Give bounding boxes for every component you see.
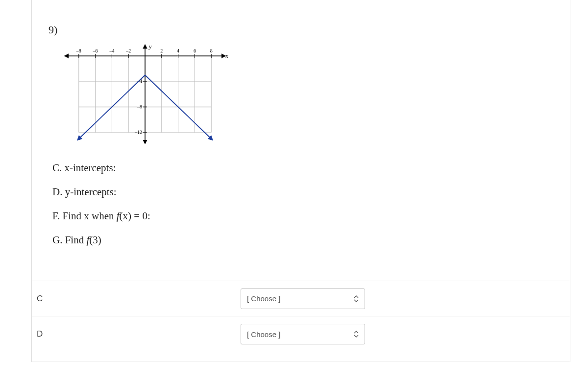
- prompt-c: C. x-intercepts:: [52, 162, 553, 174]
- svg-text:–8: –8: [137, 104, 142, 109]
- chevron-updown-icon: [354, 331, 359, 338]
- prompt-list: C. x-intercepts: D. y-intercepts: F. Fin…: [52, 162, 553, 246]
- graph: –8–6–4–22468–4–8–12yx: [59, 40, 553, 150]
- svg-text:–8: –8: [76, 48, 81, 53]
- svg-text:4: 4: [177, 48, 179, 53]
- prompt-f-prefix: F. Find x when: [52, 210, 117, 222]
- dropdown-d[interactable]: [ Choose ]: [241, 324, 365, 344]
- answer-label: D: [35, 329, 241, 339]
- prompt-g: G. Find f(3): [52, 234, 553, 246]
- svg-text:–4: –4: [137, 78, 142, 84]
- dropdown-value: [ Choose ]: [247, 330, 280, 339]
- question-number: 9): [49, 24, 553, 36]
- prompt-f-arg: (x): [120, 210, 132, 222]
- prompt-g-prefix: G. Find: [52, 234, 86, 246]
- chevron-updown-icon: [354, 295, 359, 302]
- answer-row: D [ Choose ]: [32, 316, 570, 352]
- dropdown-value: [ Choose ]: [247, 294, 280, 303]
- svg-text:6: 6: [194, 48, 196, 53]
- prompt-g-arg: (3): [89, 234, 101, 246]
- svg-text:–2: –2: [125, 48, 131, 53]
- prompt-f-suffix: = 0:: [131, 210, 150, 222]
- question-content: 9) –8–6–4–22468–4–8–12yx C. x-intercepts…: [32, 0, 570, 281]
- answer-row: C [ Choose ]: [32, 281, 570, 316]
- answer-label: C: [35, 294, 241, 304]
- answer-rows: C [ Choose ] D [ Choose ]: [32, 281, 570, 352]
- svg-text:–4: –4: [109, 48, 114, 53]
- svg-text:y: y: [148, 43, 152, 50]
- svg-text:–6: –6: [93, 48, 98, 53]
- prompt-f: F. Find x when f(x) = 0:: [52, 210, 553, 222]
- coordinate-plane: –8–6–4–22468–4–8–12yx: [59, 40, 231, 148]
- svg-text:8: 8: [210, 48, 213, 53]
- svg-text:2: 2: [160, 48, 163, 53]
- question-panel: 9) –8–6–4–22468–4–8–12yx C. x-intercepts…: [31, 0, 570, 362]
- svg-text:x: x: [225, 52, 229, 59]
- svg-text:–12: –12: [134, 130, 142, 135]
- prompt-d: D. y-intercepts:: [52, 186, 553, 198]
- dropdown-c[interactable]: [ Choose ]: [241, 288, 365, 309]
